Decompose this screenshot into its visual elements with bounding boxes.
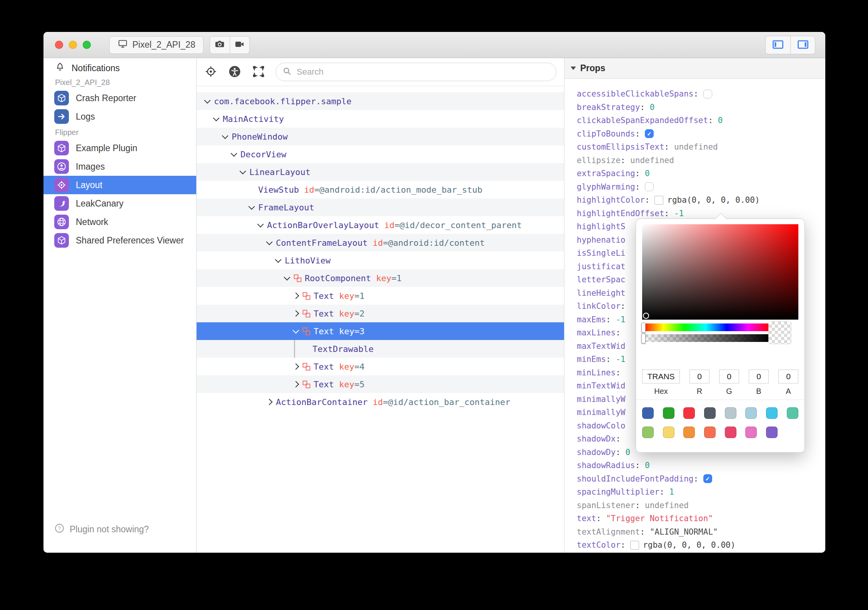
tree-row-rootcomponent-1[interactable]: RootComponent key=1: [197, 269, 564, 287]
inspector-toolbar: [197, 58, 564, 86]
zoom-button[interactable]: [83, 41, 91, 49]
device-selector-button[interactable]: Pixel_2_API_28: [109, 36, 204, 54]
tree-row-textdrawable[interactable]: TextDrawable: [197, 340, 564, 358]
sidebar-item-images[interactable]: Images: [43, 157, 196, 176]
minimize-button[interactable]: [69, 41, 77, 49]
checked-checkbox[interactable]: [703, 474, 712, 483]
preset-swatch-e9446c[interactable]: [725, 427, 736, 438]
tree-expander[interactable]: [222, 135, 232, 138]
red-input[interactable]: [689, 370, 709, 383]
sidebar-item-notifications[interactable]: Notifications: [43, 60, 196, 76]
preset-swatch-8060c8[interactable]: [766, 427, 778, 438]
tree-expander[interactable]: [292, 311, 302, 316]
plugin-not-showing-link[interactable]: ? Plugin not showing?: [54, 523, 149, 536]
tree-row-text-4[interactable]: Text key=4: [197, 358, 564, 375]
tree-row-com-facebook-flipper-sample[interactable]: com.facebook.flipper.sample: [197, 92, 564, 110]
preset-swatch-41c3ea[interactable]: [766, 407, 778, 419]
tree-expander[interactable]: [292, 364, 302, 369]
alpha-slider-thumb[interactable]: [641, 333, 646, 343]
target-mode-button[interactable]: [204, 65, 217, 79]
tree-expander[interactable]: [213, 117, 223, 120]
preset-swatch-3b63ad[interactable]: [642, 407, 654, 419]
preset-swatch-f57051[interactable]: [704, 427, 716, 438]
preset-swatch-94c765[interactable]: [642, 427, 654, 438]
preset-swatches-row-2: [642, 427, 778, 438]
tree-expander[interactable]: [292, 382, 302, 387]
prop-key: minimallyW: [577, 395, 625, 404]
prop-colon: :: [616, 448, 625, 457]
prop-row-text: text: "Trigger Notification": [577, 512, 825, 525]
tree-row-decorview[interactable]: DecorView: [197, 145, 564, 163]
prop-key: clickableSpanExpandedOffset: [577, 116, 708, 125]
preset-swatch-f5333f[interactable]: [683, 407, 695, 419]
tree-row-text-3[interactable]: Text key=3: [197, 322, 564, 340]
color-swatch-checkbox[interactable]: [654, 196, 663, 205]
sidebar-item-leakcanary[interactable]: LeakCanary: [43, 194, 196, 213]
svg-text:?: ?: [58, 525, 61, 531]
saturation-area[interactable]: [642, 224, 798, 320]
unchecked-checkbox[interactable]: [703, 90, 712, 98]
tree-expander[interactable]: [275, 259, 285, 262]
tree-row-phonewindow[interactable]: PhoneWindow: [197, 128, 564, 145]
preset-swatch-57c5a8[interactable]: [787, 407, 798, 419]
color-swatch-checkbox[interactable]: [630, 541, 639, 550]
sidebar-item-layout[interactable]: Layout: [43, 176, 196, 194]
alpha-input[interactable]: [778, 370, 798, 383]
checked-checkbox[interactable]: [645, 129, 654, 138]
sidebar-item-shared-preferences-viewer[interactable]: Shared Preferences Viewer: [43, 231, 196, 250]
sidebar-item-example-plugin[interactable]: Example Plugin: [43, 139, 196, 157]
tree-row-actionbarcontainer-id-action-bar-container[interactable]: ActionBarContainer id=@id/action_bar_con…: [197, 393, 564, 411]
sidebar-item-network[interactable]: Network: [43, 213, 196, 231]
tree-row-mainactivity[interactable]: MainActivity: [197, 110, 564, 128]
screenshot-button[interactable]: [210, 37, 230, 53]
tree-row-text-1[interactable]: Text key=1: [197, 287, 564, 305]
prop-key: minLines: [577, 368, 616, 377]
props-header[interactable]: Props: [564, 58, 825, 79]
preset-swatch-f6d76c[interactable]: [663, 427, 674, 438]
tree-expander[interactable]: [230, 153, 240, 156]
green-input[interactable]: [719, 370, 739, 383]
chevron-down-icon: [571, 67, 576, 70]
hue-slider-thumb[interactable]: [641, 323, 646, 333]
tree-expander[interactable]: [204, 100, 214, 103]
sidebar-item-crash-reporter[interactable]: Crash Reporter: [43, 89, 196, 107]
alpha-slider[interactable]: [642, 334, 769, 342]
cube-icon: [54, 141, 69, 155]
tree-row-lithoview[interactable]: LithoView: [197, 252, 564, 269]
accessibility-mode-button[interactable]: [228, 65, 242, 80]
tree-row-text-2[interactable]: Text key=2: [197, 305, 564, 322]
toggle-right-pane-button[interactable]: [790, 36, 815, 54]
close-button[interactable]: [55, 41, 63, 49]
tree-expander[interactable]: [292, 330, 302, 333]
preset-swatch-535b66[interactable]: [704, 407, 716, 419]
tree-row-framelayout[interactable]: FrameLayout: [197, 198, 564, 216]
tree-expander[interactable]: [257, 223, 267, 227]
blue-input[interactable]: [749, 370, 769, 383]
tree-row-actionbaroverlaylayout-id-decor-content-parent[interactable]: ActionBarOverlayLayout id=@id/decor_cont…: [197, 216, 564, 234]
saturation-cursor[interactable]: [643, 313, 649, 319]
tree-expander[interactable]: [284, 277, 294, 280]
tree-row-viewstub-android-id-action-mode-bar-stub[interactable]: ViewStub id=@android:id/action_mode_bar_…: [197, 181, 564, 198]
preset-swatch-b7c9ce[interactable]: [725, 407, 736, 419]
hex-input[interactable]: [642, 370, 680, 383]
preset-swatch-e774c2[interactable]: [745, 427, 757, 438]
tree-expander[interactable]: [292, 293, 302, 298]
hue-slider[interactable]: [642, 323, 769, 331]
preset-swatch-f0923a[interactable]: [683, 427, 695, 438]
flipper-window: Pixel_2_API_28: [43, 32, 825, 553]
sidebar-item-logs[interactable]: Logs: [43, 107, 196, 126]
preset-swatch-a5cfe0[interactable]: [745, 407, 757, 419]
tree-expander[interactable]: [266, 400, 276, 404]
screen-record-button[interactable]: [230, 37, 249, 53]
tree-expander[interactable]: [248, 206, 258, 209]
unchecked-checkbox[interactable]: [645, 182, 654, 191]
tree-row-linearlayout[interactable]: LinearLayout: [197, 163, 564, 181]
toggle-left-pane-button[interactable]: [766, 36, 790, 54]
tree-row-contentframelayout-android-id-content[interactable]: ContentFrameLayout id=@android:id/conten…: [197, 234, 564, 252]
tree-expander[interactable]: [266, 241, 276, 244]
tree-expander[interactable]: [239, 170, 249, 173]
preset-swatch-2aa32b[interactable]: [663, 407, 674, 419]
search-input[interactable]: [296, 67, 550, 77]
tree-row-text-5[interactable]: Text key=5: [197, 375, 564, 393]
select-element-button[interactable]: [252, 65, 265, 79]
